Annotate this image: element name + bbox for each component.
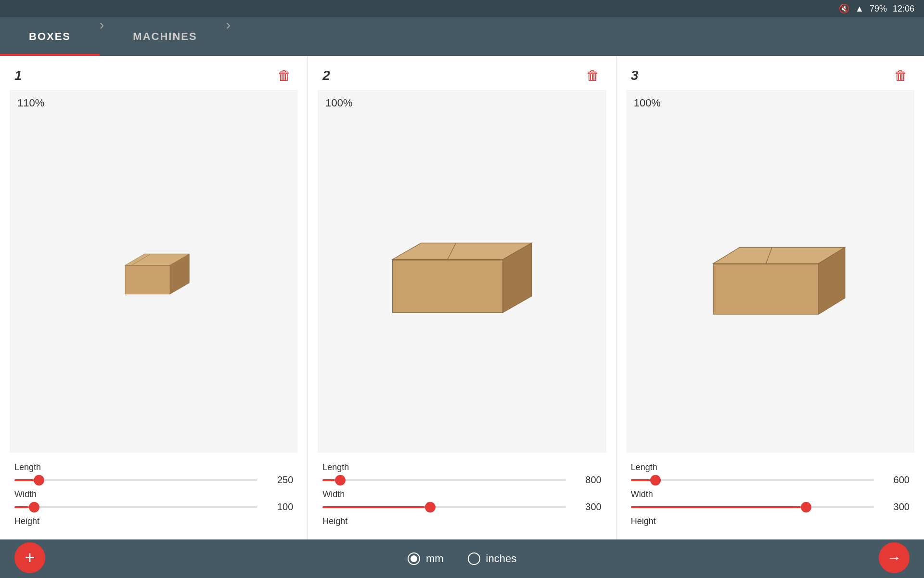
box-1-length-row: Length 250 bbox=[14, 462, 293, 486]
box-3-length-thumb[interactable] bbox=[650, 475, 661, 486]
box-3-width-slider-row: 300 bbox=[631, 501, 910, 512]
tab-boxes-label: BOXES bbox=[29, 30, 71, 43]
time: 12:06 bbox=[893, 4, 914, 14]
box-1-delete-button[interactable]: 🗑 bbox=[276, 66, 293, 85]
box-2-preview: 100% bbox=[318, 90, 606, 453]
box-2-length-slider-row: 800 bbox=[322, 474, 601, 486]
battery-percent: 79% bbox=[870, 4, 887, 14]
box-2-width-fill bbox=[322, 506, 424, 508]
box-1-width-track bbox=[14, 506, 257, 508]
box-1-percent: 110% bbox=[17, 97, 44, 109]
box-3-delete-button[interactable]: 🗑 bbox=[892, 66, 910, 85]
tab-chevron-2: › bbox=[226, 17, 231, 56]
box-3-width-thumb[interactable] bbox=[801, 502, 811, 512]
svg-marker-7 bbox=[392, 259, 503, 313]
box-3-height-label: Height bbox=[631, 516, 910, 526]
box-2-width-slider-row: 300 bbox=[322, 501, 601, 512]
box-2-height-label: Height bbox=[322, 516, 601, 526]
unit-mm-radio-inner bbox=[411, 555, 417, 562]
mute-icon: 🔇 bbox=[839, 3, 849, 14]
box-2-length-label: Length bbox=[322, 462, 601, 473]
box-2-length-track bbox=[322, 479, 565, 481]
tab-bar: BOXES › MACHINES › bbox=[0, 17, 924, 56]
status-bar: 🔇 ▲ 79% 12:06 bbox=[0, 0, 924, 17]
box-2-number: 2 bbox=[322, 68, 330, 83]
box-3-preview: 100% bbox=[626, 90, 914, 453]
box-1-length-slider-row: 250 bbox=[14, 474, 293, 486]
box-2-header: 2 🗑 bbox=[308, 56, 616, 90]
box-2-percent: 100% bbox=[325, 97, 352, 109]
box-1-length-track bbox=[14, 479, 257, 481]
box-3-svg bbox=[693, 216, 847, 327]
box-1-height-label: Height bbox=[14, 516, 293, 526]
box-1-controls: Length 250 Width bbox=[0, 458, 308, 539]
box-panel-1: 1 🗑 110% bbox=[0, 56, 308, 539]
svg-marker-0 bbox=[125, 265, 170, 294]
box-3-percent: 100% bbox=[634, 97, 661, 109]
box-2-width-label: Width bbox=[322, 489, 601, 499]
box-3-length-track bbox=[631, 479, 874, 481]
box-2-length-value: 800 bbox=[573, 474, 602, 486]
box-3-length-label: Length bbox=[631, 462, 910, 473]
box-2-width-row: Width 300 bbox=[322, 489, 601, 512]
box-panel-2: 2 🗑 100% bbox=[308, 56, 616, 539]
box-3-length-row: Length 600 bbox=[631, 462, 910, 486]
boxes-row: 1 🗑 110% bbox=[0, 56, 924, 539]
box-1-width-label: Width bbox=[14, 489, 293, 499]
box-1-header: 1 🗑 bbox=[0, 56, 308, 90]
svg-marker-12 bbox=[713, 263, 819, 314]
bottom-bar: + mm inches → bbox=[0, 539, 924, 578]
box-1-width-row: Width 100 bbox=[14, 489, 293, 512]
box-3-width-label: Width bbox=[631, 489, 910, 499]
unit-inches-label: inches bbox=[486, 552, 517, 565]
box-2-controls: Length 800 Width bbox=[308, 458, 616, 539]
box-2-width-track bbox=[322, 506, 565, 508]
box-1-svg bbox=[101, 233, 207, 310]
box-3-length-value: 600 bbox=[881, 474, 910, 486]
box-1-length-value: 250 bbox=[264, 474, 293, 486]
box-2-svg bbox=[380, 214, 544, 329]
box-3-length-fill bbox=[631, 479, 650, 481]
tab-machines-label: MACHINES bbox=[133, 30, 197, 43]
wifi-icon: ▲ bbox=[855, 4, 864, 14]
main-content: 1 🗑 110% bbox=[0, 56, 924, 539]
box-1-length-thumb[interactable] bbox=[34, 475, 44, 486]
box-1-preview: 110% bbox=[10, 90, 298, 453]
box-2-width-thumb[interactable] bbox=[425, 502, 436, 512]
box-1-width-slider-row: 100 bbox=[14, 501, 293, 512]
box-1-width-fill bbox=[14, 506, 29, 508]
box-3-height-row: Height bbox=[631, 516, 910, 531]
box-3-width-row: Width 300 bbox=[631, 489, 910, 512]
box-1-width-thumb[interactable] bbox=[29, 502, 39, 512]
add-box-button[interactable]: + bbox=[14, 542, 45, 573]
box-2-width-value: 300 bbox=[573, 501, 602, 512]
box-2-length-fill bbox=[322, 479, 334, 481]
unit-inches-radio[interactable] bbox=[468, 552, 480, 565]
unit-mm-radio[interactable] bbox=[408, 552, 420, 565]
tab-machines[interactable]: MACHINES bbox=[104, 17, 226, 56]
box-2-height-row: Height bbox=[322, 516, 601, 531]
tab-chevron-1: › bbox=[100, 17, 104, 56]
box-1-height-row: Height bbox=[14, 516, 293, 531]
box-3-width-fill bbox=[631, 506, 801, 508]
box-3-width-value: 300 bbox=[881, 501, 910, 512]
box-1-length-label: Length bbox=[14, 462, 293, 473]
tab-boxes[interactable]: BOXES bbox=[0, 17, 100, 56]
unit-mm-label: mm bbox=[426, 552, 444, 565]
next-button[interactable]: → bbox=[879, 542, 910, 573]
box-1-length-fill bbox=[14, 479, 34, 481]
box-3-length-slider-row: 600 bbox=[631, 474, 910, 486]
unit-inches-option[interactable]: inches bbox=[468, 552, 517, 565]
box-3-number: 3 bbox=[631, 68, 639, 83]
box-3-controls: Length 600 Width bbox=[616, 458, 924, 539]
box-panel-3: 3 🗑 100% L bbox=[616, 56, 924, 539]
unit-mm-option[interactable]: mm bbox=[408, 552, 444, 565]
box-1-number: 1 bbox=[14, 68, 22, 83]
box-3-header: 3 🗑 bbox=[616, 56, 924, 90]
box-2-length-row: Length 800 bbox=[322, 462, 601, 486]
box-2-length-thumb[interactable] bbox=[335, 475, 346, 486]
box-3-width-track bbox=[631, 506, 874, 508]
unit-selector: mm inches bbox=[408, 552, 516, 565]
box-2-delete-button[interactable]: 🗑 bbox=[584, 66, 602, 85]
box-1-width-value: 100 bbox=[264, 501, 293, 512]
